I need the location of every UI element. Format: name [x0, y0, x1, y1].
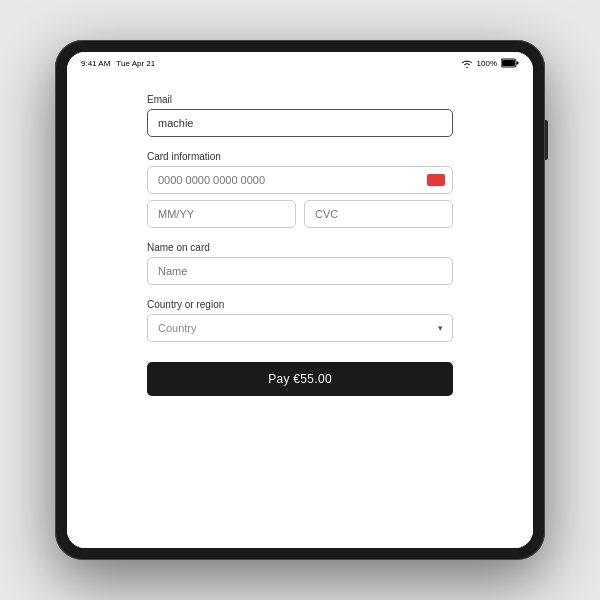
country-wrapper: Country United States United Kingdom Ger… — [147, 314, 453, 342]
svg-rect-2 — [517, 62, 519, 65]
status-bar-left: 9:41 AM Tue Apr 21 — [81, 59, 155, 68]
email-label: Email — [147, 94, 453, 105]
wifi-icon — [461, 59, 473, 68]
cvc-input[interactable] — [304, 200, 453, 228]
country-label: Country or region — [147, 299, 453, 310]
email-input[interactable] — [147, 109, 453, 137]
status-bar: 9:41 AM Tue Apr 21 100% — [67, 52, 533, 74]
pay-button[interactable]: Pay €55.00 — [147, 362, 453, 396]
status-bar-right: 100% — [461, 58, 519, 68]
name-on-card-label: Name on card — [147, 242, 453, 253]
country-select[interactable]: Country United States United Kingdom Ger… — [147, 314, 453, 342]
card-info-label: Card information — [147, 151, 453, 162]
battery-icon — [501, 58, 519, 68]
card-expiry-cvc-row — [147, 200, 453, 228]
svg-rect-1 — [502, 60, 515, 66]
card-number-wrapper — [147, 166, 453, 194]
battery-percent: 100% — [477, 59, 497, 68]
card-number-input[interactable] — [147, 166, 453, 194]
tablet-screen: 9:41 AM Tue Apr 21 100% — [67, 52, 533, 548]
status-date: Tue Apr 21 — [116, 59, 155, 68]
card-brand-icon — [427, 174, 445, 186]
payment-form-area: Email Card information Name on card — [67, 74, 533, 548]
card-info-group: Card information — [147, 151, 453, 228]
country-group: Country or region Country United States … — [147, 299, 453, 342]
expiry-input[interactable] — [147, 200, 296, 228]
status-time: 9:41 AM — [81, 59, 110, 68]
tablet-device: 9:41 AM Tue Apr 21 100% — [55, 40, 545, 560]
email-group: Email — [147, 94, 453, 137]
name-on-card-group: Name on card — [147, 242, 453, 285]
name-on-card-input[interactable] — [147, 257, 453, 285]
